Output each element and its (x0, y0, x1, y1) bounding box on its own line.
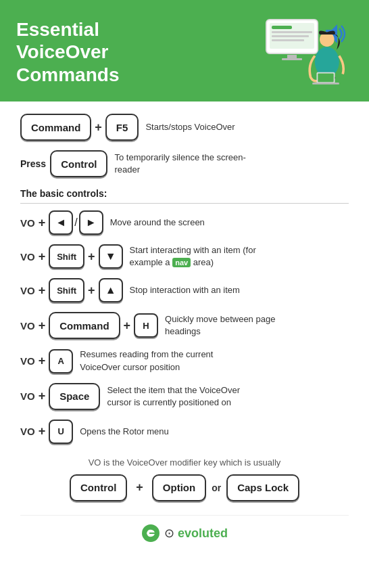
svg-rect-12 (318, 74, 333, 83)
header: Essential VoiceOver Commands (0, 0, 369, 101)
vo-label-1: VO (20, 217, 35, 229)
plus-6: + (88, 284, 95, 298)
vo-modifier-keys: Control + Option or Caps Lock (70, 474, 299, 501)
shift-up-desc: Stop interaction with an item (130, 284, 240, 296)
shift-key-2: Shift (49, 278, 84, 302)
plus-7: + (39, 319, 46, 333)
press-label: Press (20, 158, 46, 169)
plus-9: + (39, 354, 46, 368)
basic-controls-title: The basic controls: (20, 188, 349, 204)
arrows-desc: Move around the screen (110, 217, 205, 229)
main-content: Command + F5 Starts/stops VoiceOver Pres… (0, 101, 369, 556)
modifier-option-key: Option (152, 474, 206, 501)
vo-shift-down-row: VO + Shift + ▼ Start interacting with an… (20, 244, 349, 269)
u-key: U (49, 420, 73, 444)
f5-key: F5 (105, 114, 139, 141)
u-desc: Opens the Rotor menu (80, 426, 169, 438)
vo-modifier-section: VO is the VoiceOver modifier key which i… (20, 457, 349, 501)
plus-11: + (39, 424, 46, 438)
shift-key-1: Shift (49, 244, 84, 269)
evoluted-logo-text: ⊙ evoluted (164, 526, 228, 541)
control-key: Control (50, 150, 107, 177)
plus-2: + (39, 216, 46, 230)
or-label: or (212, 482, 221, 493)
vo-label-5: VO (20, 355, 35, 367)
person-icon (299, 28, 353, 89)
svg-rect-13 (312, 83, 339, 85)
silence-desc: To temporarily silence the screen-reader (114, 152, 249, 176)
modifier-plus: + (136, 480, 143, 495)
vo-space-row: VO + Space Select the item that the Voic… (20, 383, 349, 410)
press-control-row: Press Control To temporarily silence the… (20, 150, 349, 177)
caps-lock-key: Caps Lock (226, 474, 299, 501)
vo-label-7: VO (20, 426, 35, 437)
vo-arrows-row: VO + ◄ / ► Move around the screen (20, 210, 349, 235)
vo-command-h-row: VO + Command + H Quickly move between pa… (20, 312, 349, 339)
plus-sign-1: + (95, 120, 102, 135)
plus-8: + (124, 319, 131, 333)
space-key: Space (49, 383, 100, 410)
vo-label-4: VO (20, 320, 35, 332)
svg-rect-6 (287, 55, 297, 58)
down-arrow-key: ▼ (99, 244, 123, 269)
svg-rect-2 (272, 26, 292, 29)
vo-label-2: VO (20, 251, 35, 263)
a-desc: Resumes reading from the current VoiceOv… (80, 348, 215, 373)
page-title: Essential VoiceOver Commands (16, 18, 178, 87)
vo-label-6: VO (20, 390, 35, 402)
logo-section: ⊙ evoluted (20, 515, 349, 543)
a-key: A (49, 349, 73, 374)
vo-label-3: VO (20, 285, 35, 296)
evoluted-logo-icon (141, 524, 160, 543)
h-key: H (134, 313, 158, 338)
slash-1: / (74, 217, 77, 229)
left-arrow-key: ◄ (49, 210, 73, 235)
modifier-control-key: Control (70, 474, 127, 501)
vo-u-row: VO + U Opens the Rotor menu (20, 420, 349, 444)
right-arrow-key: ► (79, 210, 103, 235)
header-illustration (218, 15, 353, 89)
command-key-2: Command (49, 312, 120, 339)
shift-down-desc: Start interacting with an item (for exam… (130, 244, 265, 269)
command-key: Command (20, 114, 91, 141)
vo-modifier-text: VO is the VoiceOver modifier key which i… (89, 457, 281, 468)
plus-4: + (88, 250, 95, 264)
start-stop-desc: Starts/stops VoiceOver (145, 121, 235, 133)
plus-5: + (39, 284, 46, 298)
vo-shift-up-row: VO + Shift + ▲ Stop interaction with an … (20, 278, 349, 302)
command-f5-row: Command + F5 Starts/stops VoiceOver (20, 114, 349, 141)
plus-3: + (39, 250, 46, 264)
vo-a-row: VO + A Resumes reading from the current … (20, 348, 349, 373)
space-desc: Select the item that the VoiceOver curso… (107, 384, 242, 409)
command-h-desc: Quickly move between page headings (165, 313, 300, 338)
plus-10: + (39, 389, 46, 403)
up-arrow-key: ▲ (99, 278, 123, 302)
